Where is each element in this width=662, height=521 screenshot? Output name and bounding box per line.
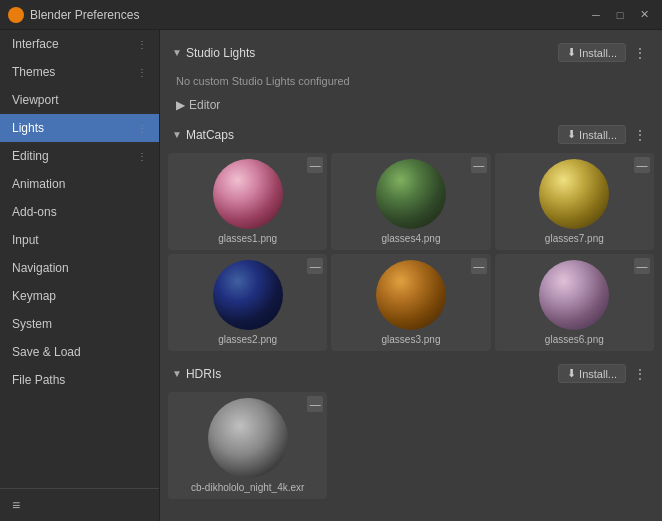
studio-lights-empty-text: No custom Studio Lights configured <box>168 71 654 95</box>
close-button[interactable]: ✕ <box>634 5 654 25</box>
sidebar-item-lights[interactable]: Lights ⋮ <box>0 114 159 142</box>
hdri-item: — cb-dikhololo_night_4k.exr <box>168 392 327 499</box>
matcaps-menu-button[interactable]: ⋮ <box>630 126 650 144</box>
matcap-label: glasses6.png <box>545 334 604 345</box>
editor-subsection[interactable]: ▶ Editor <box>168 95 654 120</box>
hdris-actions: ⬇ Install... ⋮ <box>558 364 650 383</box>
studio-lights-actions: ⬇ Install... ⋮ <box>558 43 650 62</box>
sidebar-bottom: ≡ <box>0 488 159 521</box>
matcap-remove-button[interactable]: — <box>307 157 323 173</box>
sidebar-item-file-paths[interactable]: File Paths <box>0 366 159 394</box>
main-layout: Interface ⋮ Themes ⋮ Viewport Lights ⋮ E… <box>0 30 662 521</box>
matcap-item: — glasses6.png <box>495 254 654 351</box>
matcaps-section-header: ▼ MatCaps ⬇ Install... ⋮ <box>168 120 654 149</box>
hdris-arrow[interactable]: ▼ <box>172 368 182 379</box>
studio-lights-section-header: ▼ Studio Lights ⬇ Install... ⋮ <box>168 38 654 67</box>
matcap-item: — glasses3.png <box>331 254 490 351</box>
matcap-ball <box>213 260 283 330</box>
sidebar-dots: ⋮ <box>137 123 147 134</box>
window-controls: ─ □ ✕ <box>586 5 654 25</box>
hdris-title: HDRIs <box>186 367 221 381</box>
matcap-grid: — glasses1.png — glasses4.png — glasses7… <box>168 153 654 351</box>
matcap-label: glasses4.png <box>382 233 441 244</box>
matcap-item: — glasses4.png <box>331 153 490 250</box>
sidebar-item-label: Themes <box>12 65 55 79</box>
download-icon: ⬇ <box>567 367 576 380</box>
sidebar-item-label: Animation <box>12 177 65 191</box>
matcap-label: glasses2.png <box>218 334 277 345</box>
sidebar-dots: ⋮ <box>137 151 147 162</box>
matcaps-title-group: ▼ MatCaps <box>172 128 234 142</box>
matcap-remove-button[interactable]: — <box>634 258 650 274</box>
minimize-button[interactable]: ─ <box>586 5 606 25</box>
editor-arrow: ▶ <box>176 98 185 112</box>
sidebar-item-navigation[interactable]: Navigation <box>0 254 159 282</box>
sidebar-item-interface[interactable]: Interface ⋮ <box>0 30 159 58</box>
hdris-menu-button[interactable]: ⋮ <box>630 365 650 383</box>
content-area: ▼ Studio Lights ⬇ Install... ⋮ No custom… <box>160 30 662 521</box>
studio-lights-arrow[interactable]: ▼ <box>172 47 182 58</box>
studio-lights-menu-button[interactable]: ⋮ <box>630 44 650 62</box>
sidebar-item-label: Navigation <box>12 261 69 275</box>
download-icon: ⬇ <box>567 128 576 141</box>
matcap-ball <box>376 159 446 229</box>
matcap-ball <box>213 159 283 229</box>
matcap-remove-button[interactable]: — <box>634 157 650 173</box>
sidebar-item-label: Interface <box>12 37 59 51</box>
window-title: Blender Preferences <box>30 8 580 22</box>
sidebar-item-system[interactable]: System <box>0 310 159 338</box>
hamburger-icon[interactable]: ≡ <box>12 497 20 513</box>
sidebar-item-label: Editing <box>12 149 49 163</box>
sidebar-dots: ⋮ <box>137 67 147 78</box>
hdris-title-group: ▼ HDRIs <box>172 367 221 381</box>
hdri-grid: — cb-dikhololo_night_4k.exr <box>168 392 654 499</box>
studio-lights-title-group: ▼ Studio Lights <box>172 46 255 60</box>
matcap-ball <box>539 159 609 229</box>
title-bar: Blender Preferences ─ □ ✕ <box>0 0 662 30</box>
sidebar-item-addons[interactable]: Add-ons <box>0 198 159 226</box>
matcap-item: — glasses2.png <box>168 254 327 351</box>
matcap-item: — glasses7.png <box>495 153 654 250</box>
download-icon: ⬇ <box>567 46 576 59</box>
sidebar-item-label: System <box>12 317 52 331</box>
sidebar-item-label: Input <box>12 233 39 247</box>
matcaps-title: MatCaps <box>186 128 234 142</box>
sidebar-item-input[interactable]: Input <box>0 226 159 254</box>
matcap-label: glasses7.png <box>545 233 604 244</box>
hdri-ball <box>208 398 288 478</box>
sidebar-item-themes[interactable]: Themes ⋮ <box>0 58 159 86</box>
matcap-remove-button[interactable]: — <box>307 258 323 274</box>
sidebar-item-viewport[interactable]: Viewport <box>0 86 159 114</box>
matcaps-install-button[interactable]: ⬇ Install... <box>558 125 626 144</box>
sidebar-item-animation[interactable]: Animation <box>0 170 159 198</box>
sidebar: Interface ⋮ Themes ⋮ Viewport Lights ⋮ E… <box>0 30 160 521</box>
sidebar-item-save-load[interactable]: Save & Load <box>0 338 159 366</box>
sidebar-item-label: Lights <box>12 121 44 135</box>
hdris-install-button[interactable]: ⬇ Install... <box>558 364 626 383</box>
hdris-section-header: ▼ HDRIs ⬇ Install... ⋮ <box>168 359 654 388</box>
sidebar-item-label: Viewport <box>12 93 58 107</box>
matcap-label: glasses3.png <box>382 334 441 345</box>
editor-label: Editor <box>189 98 220 112</box>
hdri-label: cb-dikhololo_night_4k.exr <box>191 482 304 493</box>
matcap-label: glasses1.png <box>218 233 277 244</box>
matcap-remove-button[interactable]: — <box>471 258 487 274</box>
matcap-item: — glasses1.png <box>168 153 327 250</box>
matcap-ball <box>376 260 446 330</box>
sidebar-item-label: Add-ons <box>12 205 57 219</box>
maximize-button[interactable]: □ <box>610 5 630 25</box>
sidebar-item-keymap[interactable]: Keymap <box>0 282 159 310</box>
studio-lights-install-button[interactable]: ⬇ Install... <box>558 43 626 62</box>
matcaps-arrow[interactable]: ▼ <box>172 129 182 140</box>
sidebar-item-label: Keymap <box>12 289 56 303</box>
blender-icon <box>8 7 24 23</box>
matcap-ball <box>539 260 609 330</box>
sidebar-item-label: Save & Load <box>12 345 81 359</box>
sidebar-item-label: File Paths <box>12 373 65 387</box>
hdri-remove-button[interactable]: — <box>307 396 323 412</box>
sidebar-dots: ⋮ <box>137 39 147 50</box>
matcaps-actions: ⬇ Install... ⋮ <box>558 125 650 144</box>
studio-lights-title: Studio Lights <box>186 46 255 60</box>
matcap-remove-button[interactable]: — <box>471 157 487 173</box>
sidebar-item-editing[interactable]: Editing ⋮ <box>0 142 159 170</box>
